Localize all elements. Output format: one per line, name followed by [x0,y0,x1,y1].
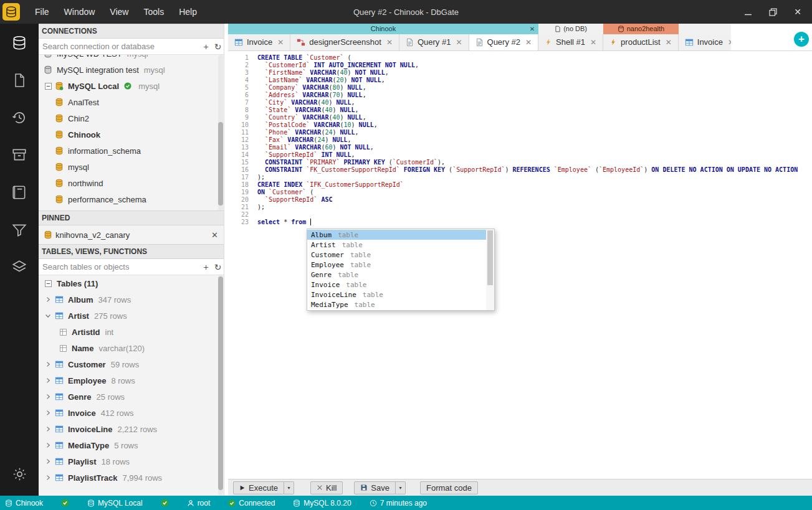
autocomplete-item[interactable]: Employeetable [307,260,486,270]
connections-scrollbar[interactable] [218,55,223,210]
connections-search-input[interactable] [39,39,200,54]
autocomplete-item[interactable]: Albumtable [307,230,486,240]
database-item[interactable]: mysql [39,159,224,175]
save-dropdown-button[interactable]: ▾ [396,481,406,494]
connection-item[interactable]: MySQL WD TESTmysql [39,55,224,62]
autocomplete-item[interactable]: Invoicetable [307,280,486,290]
table-item[interactable]: PlaylistTrack7,994 rows [39,470,224,486]
table-item[interactable]: Playlist18 rows [39,453,224,470]
activity-gear[interactable] [9,463,30,484]
table-item[interactable]: Employee8 rows [39,372,224,389]
code-token: 80 [332,84,340,91]
close-tab-icon[interactable]: ✕ [386,38,393,47]
chevron-right-icon [42,409,54,417]
table-item[interactable]: Artist275 rows [39,308,224,324]
close-tab-icon[interactable]: ✕ [456,38,462,47]
tab[interactable]: Query #1✕ [399,34,469,50]
suggestion-kind: table [350,251,371,259]
save-button[interactable]: Save [354,481,396,494]
database-item[interactable]: AnalTest [39,94,224,110]
autocomplete-item[interactable]: MediaTypetable [307,300,486,309]
activity-history[interactable] [9,107,30,128]
activity-database[interactable] [9,32,30,54]
menu-view[interactable]: View [102,0,136,24]
autocomplete-item[interactable]: Customertable [307,250,486,260]
unpin-icon[interactable]: ✕ [211,230,218,240]
status-user: root [187,499,211,508]
table-item[interactable]: Album347 rows [39,291,224,308]
table-item[interactable]: InvoiceLine2,212 rows [39,421,224,437]
refresh-connections-button[interactable]: ↻ [212,39,224,54]
tab[interactable]: productList✕ [603,34,679,50]
code-line: `Email` VARCHAR(60) NOT NULL, [257,144,812,151]
autocomplete-item[interactable]: InvoiceLinetable [307,290,486,300]
tables-search-input[interactable] [39,259,200,275]
tab-group-header: Chinook✕ [228,24,538,34]
suggestion-name: Album [311,231,332,239]
autocomplete-item[interactable]: Genretable [307,270,486,280]
add-connection-button[interactable]: + [200,39,212,54]
tables-scrollbar[interactable] [218,275,223,496]
table-item[interactable]: Genre25 rows [39,389,224,405]
close-tab-icon[interactable]: ✕ [666,38,672,47]
database-item[interactable]: Chin2 [39,110,224,126]
database-item[interactable]: northwind [39,175,224,191]
table-item[interactable]: Invoice412 rows [39,405,224,421]
tab[interactable]: Invoice✕ [228,34,290,50]
close-tab-icon[interactable]: ✕ [590,38,596,47]
close-group-icon[interactable]: ✕ [530,26,535,32]
pinned-item[interactable]: knihovna_v2_canary✕ [39,225,224,244]
refresh-tables-button[interactable]: ↻ [212,259,224,275]
table-item[interactable]: MediaType5 rows [39,437,224,453]
tab[interactable]: designerScreenshot✕ [290,34,399,50]
engine-label: mysql [144,65,165,75]
code-token: VARCHAR [306,77,332,83]
chevron-right-icon [42,474,54,481]
execute-button[interactable]: Execute [233,481,284,494]
close-tab-icon[interactable]: ✕ [728,38,731,47]
close-tab-icon[interactable]: ✕ [277,38,284,47]
autocomplete-scrollbar[interactable] [486,229,494,310]
chevron-right-icon [42,458,54,465]
column-item[interactable]: ArtistIdint [39,324,224,340]
code-token: `Customer` [306,54,343,61]
kill-button[interactable]: Kill [310,481,343,494]
code-token: `FirstName` [265,69,306,76]
column-item[interactable]: Namevarchar(120) [39,340,224,356]
menu-tools[interactable]: Tools [136,0,171,24]
close-button[interactable]: ✕ [790,4,806,20]
tab[interactable]: Query #2✕ [469,34,539,50]
tables-root[interactable]: Tables (11) [39,275,224,291]
scrollbar-thumb[interactable] [218,122,223,205]
database-item[interactable]: Chinook [39,126,224,143]
code-token: `Country` [265,114,299,121]
activity-funnel[interactable] [9,219,30,240]
new-tab-button[interactable]: + [794,32,809,47]
status-label: MySQL 8.0.20 [303,499,351,508]
execute-dropdown-button[interactable]: ▾ [284,481,294,494]
scrollbar-thumb[interactable] [487,230,493,285]
autocomplete-item[interactable]: Artisttable [307,240,486,250]
table-item[interactable]: Customer59 rows [39,356,224,372]
menu-help[interactable]: Help [171,0,204,24]
database-item[interactable]: information_schema [39,143,224,159]
database-item[interactable]: performance_schema [39,191,224,207]
database-gold-icon [54,146,65,155]
connection-item[interactable]: MySQL Localmysql [39,78,224,94]
scrollbar-thumb[interactable] [218,276,223,490]
connection-item[interactable]: MySQL integration testmysql [39,62,224,78]
item-label: Chinook [68,130,100,139]
format-code-button[interactable]: Format code [420,481,478,494]
tab[interactable]: Shell #1✕ [538,34,603,50]
close-tab-icon[interactable]: ✕ [525,38,532,47]
menu-file[interactable]: File [27,0,57,24]
activity-archive[interactable] [9,144,30,166]
add-table-button[interactable]: + [200,259,212,275]
menu-window[interactable]: Window [57,0,103,24]
activity-book[interactable] [9,182,30,203]
activity-layers[interactable] [9,257,30,278]
minimize-button[interactable] [740,4,756,20]
maximize-button[interactable] [765,4,781,20]
tab[interactable]: Invoice✕ [679,34,731,50]
activity-file[interactable] [9,70,30,91]
